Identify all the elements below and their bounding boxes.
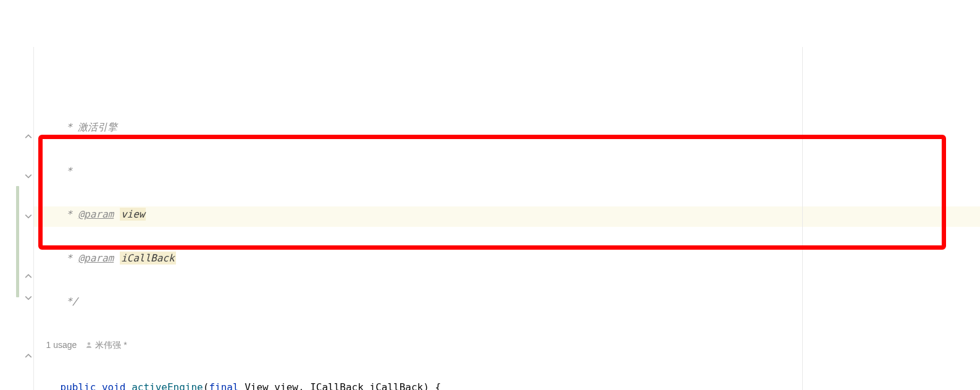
comment-text: * [36, 208, 78, 220]
svg-point-0 [88, 342, 91, 345]
javadoc-tag: @param [78, 252, 114, 264]
comment-text: * 激活引擎 [36, 121, 117, 133]
fold-icon[interactable] [25, 353, 32, 360]
comment-text: * [36, 252, 78, 264]
right-margin-guide [802, 47, 803, 390]
fold-icon[interactable] [25, 273, 32, 281]
editor-gutter[interactable] [0, 47, 34, 390]
code-editor[interactable]: * 激活引擎 * * @param view * @param iCallBac… [34, 47, 980, 390]
javadoc-param: view [120, 208, 146, 221]
fold-icon[interactable] [25, 294, 32, 302]
fold-icon[interactable] [25, 213, 32, 220]
usage-count[interactable]: 1 usage米伟强 * [36, 340, 127, 350]
change-marker[interactable] [16, 186, 19, 297]
comment-text: * [36, 165, 72, 177]
code-line: public void activeEngine(final View view… [36, 381, 441, 391]
javadoc-param: iCallBack [120, 252, 176, 265]
fold-icon[interactable] [25, 172, 32, 180]
fold-icon[interactable] [25, 134, 32, 141]
javadoc-tag: @param [78, 208, 114, 220]
author-name[interactable]: 米伟强 * [95, 340, 127, 350]
author-icon [85, 336, 93, 355]
comment-text: */ [36, 295, 78, 307]
